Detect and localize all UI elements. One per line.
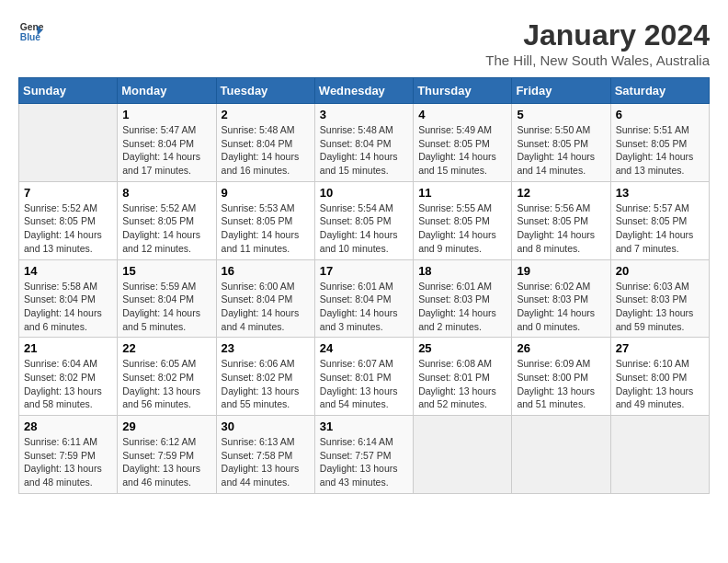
calendar-cell: 21Sunrise: 6:04 AMSunset: 8:02 PMDayligh… — [19, 338, 118, 416]
day-number: 14 — [24, 264, 112, 278]
day-info: Sunrise: 6:12 AMSunset: 7:59 PMDaylight:… — [122, 435, 210, 489]
calendar-header-row: SundayMondayTuesdayWednesdayThursdayFrid… — [19, 78, 710, 104]
day-info: Sunrise: 6:08 AMSunset: 8:01 PMDaylight:… — [418, 357, 506, 411]
calendar-cell — [414, 416, 512, 494]
day-info: Sunrise: 6:06 AMSunset: 8:02 PMDaylight:… — [222, 357, 310, 411]
calendar-cell: 17Sunrise: 6:01 AMSunset: 8:04 PMDayligh… — [314, 259, 413, 338]
calendar-cell: 9Sunrise: 5:53 AMSunset: 8:05 PMDaylight… — [216, 181, 314, 259]
day-number: 11 — [418, 186, 506, 200]
calendar-cell: 28Sunrise: 6:11 AMSunset: 7:59 PMDayligh… — [19, 416, 118, 494]
day-header: Sunday — [19, 78, 118, 104]
sub-title: The Hill, New South Wales, Australia — [485, 52, 710, 68]
day-number: 31 — [320, 419, 408, 433]
day-header: Tuesday — [216, 78, 314, 104]
calendar-cell: 31Sunrise: 6:14 AMSunset: 7:57 PMDayligh… — [314, 416, 413, 494]
calendar-cell: 20Sunrise: 6:03 AMSunset: 8:03 PMDayligh… — [610, 259, 709, 338]
page-header: General Blue January 2024 The Hill, New … — [18, 18, 710, 68]
day-number: 2 — [222, 108, 310, 121]
day-number: 6 — [616, 108, 704, 121]
calendar-week-row: 21Sunrise: 6:04 AMSunset: 8:02 PMDayligh… — [19, 338, 710, 416]
calendar-cell: 5Sunrise: 5:50 AMSunset: 8:05 PMDaylight… — [512, 104, 610, 182]
calendar-cell: 13Sunrise: 5:57 AMSunset: 8:05 PMDayligh… — [610, 181, 709, 259]
calendar-cell: 7Sunrise: 5:52 AMSunset: 8:05 PMDaylight… — [19, 181, 118, 259]
day-number: 8 — [122, 186, 210, 200]
day-number: 25 — [418, 341, 506, 355]
title-block: January 2024 The Hill, New South Wales, … — [485, 18, 710, 68]
day-info: Sunrise: 6:02 AMSunset: 8:03 PMDaylight:… — [517, 280, 605, 334]
day-info: Sunrise: 6:14 AMSunset: 7:57 PMDaylight:… — [320, 435, 408, 489]
calendar-cell: 18Sunrise: 6:01 AMSunset: 8:03 PMDayligh… — [414, 259, 512, 338]
day-info: Sunrise: 6:03 AMSunset: 8:03 PMDaylight:… — [616, 280, 704, 334]
day-number: 17 — [320, 264, 408, 278]
calendar-cell: 19Sunrise: 6:02 AMSunset: 8:03 PMDayligh… — [512, 259, 610, 338]
day-info: Sunrise: 6:09 AMSunset: 8:00 PMDaylight:… — [517, 357, 605, 411]
calendar-cell: 15Sunrise: 5:59 AMSunset: 8:04 PMDayligh… — [118, 259, 216, 338]
day-info: Sunrise: 5:50 AMSunset: 8:05 PMDaylight:… — [517, 123, 605, 178]
day-info: Sunrise: 6:04 AMSunset: 8:02 PMDaylight:… — [24, 357, 112, 411]
day-number: 16 — [222, 264, 310, 278]
day-number: 13 — [616, 186, 704, 200]
day-number: 23 — [222, 341, 310, 355]
day-number: 12 — [517, 186, 605, 200]
calendar-cell — [610, 416, 709, 494]
day-info: Sunrise: 6:10 AMSunset: 8:00 PMDaylight:… — [616, 357, 704, 411]
calendar-cell: 4Sunrise: 5:49 AMSunset: 8:05 PMDaylight… — [414, 104, 512, 182]
logo: General Blue — [18, 18, 44, 44]
day-number: 30 — [222, 419, 310, 433]
calendar-cell: 1Sunrise: 5:47 AMSunset: 8:04 PMDaylight… — [118, 104, 216, 182]
day-number: 22 — [122, 341, 210, 355]
calendar-cell: 10Sunrise: 5:54 AMSunset: 8:05 PMDayligh… — [314, 181, 413, 259]
day-info: Sunrise: 5:56 AMSunset: 8:05 PMDaylight:… — [517, 201, 605, 256]
day-number: 20 — [616, 264, 704, 278]
calendar-cell: 27Sunrise: 6:10 AMSunset: 8:00 PMDayligh… — [610, 338, 709, 416]
day-info: Sunrise: 5:51 AMSunset: 8:05 PMDaylight:… — [616, 123, 704, 178]
day-header: Wednesday — [314, 78, 413, 104]
day-info: Sunrise: 6:05 AMSunset: 8:02 PMDaylight:… — [122, 357, 210, 411]
calendar-cell: 6Sunrise: 5:51 AMSunset: 8:05 PMDaylight… — [610, 104, 709, 182]
day-info: Sunrise: 5:49 AMSunset: 8:05 PMDaylight:… — [418, 123, 506, 178]
day-number: 10 — [320, 186, 408, 200]
day-info: Sunrise: 5:48 AMSunset: 8:04 PMDaylight:… — [222, 123, 310, 178]
calendar-table: SundayMondayTuesdayWednesdayThursdayFrid… — [18, 77, 710, 494]
day-number: 19 — [517, 264, 605, 278]
day-info: Sunrise: 5:54 AMSunset: 8:05 PMDaylight:… — [320, 201, 408, 256]
day-info: Sunrise: 5:52 AMSunset: 8:05 PMDaylight:… — [24, 201, 112, 256]
day-number: 4 — [418, 108, 506, 121]
calendar-cell: 24Sunrise: 6:07 AMSunset: 8:01 PMDayligh… — [314, 338, 413, 416]
calendar-cell: 25Sunrise: 6:08 AMSunset: 8:01 PMDayligh… — [414, 338, 512, 416]
calendar-cell: 2Sunrise: 5:48 AMSunset: 8:04 PMDaylight… — [216, 104, 314, 182]
calendar-cell: 16Sunrise: 6:00 AMSunset: 8:04 PMDayligh… — [216, 259, 314, 338]
day-info: Sunrise: 5:58 AMSunset: 8:04 PMDaylight:… — [24, 280, 112, 334]
calendar-week-row: 1Sunrise: 5:47 AMSunset: 8:04 PMDaylight… — [19, 104, 710, 182]
calendar-cell — [19, 104, 118, 182]
day-info: Sunrise: 5:59 AMSunset: 8:04 PMDaylight:… — [122, 280, 210, 334]
calendar-cell: 11Sunrise: 5:55 AMSunset: 8:05 PMDayligh… — [414, 181, 512, 259]
day-info: Sunrise: 5:55 AMSunset: 8:05 PMDaylight:… — [418, 201, 506, 256]
calendar-cell: 14Sunrise: 5:58 AMSunset: 8:04 PMDayligh… — [19, 259, 118, 338]
calendar-cell: 30Sunrise: 6:13 AMSunset: 7:58 PMDayligh… — [216, 416, 314, 494]
day-number: 28 — [24, 419, 112, 433]
main-title: January 2024 — [485, 18, 710, 52]
day-number: 29 — [122, 419, 210, 433]
day-header: Thursday — [414, 78, 512, 104]
day-info: Sunrise: 6:00 AMSunset: 8:04 PMDaylight:… — [222, 280, 310, 334]
day-number: 26 — [517, 341, 605, 355]
day-info: Sunrise: 5:48 AMSunset: 8:04 PMDaylight:… — [320, 123, 408, 178]
calendar-week-row: 14Sunrise: 5:58 AMSunset: 8:04 PMDayligh… — [19, 259, 710, 338]
calendar-cell: 26Sunrise: 6:09 AMSunset: 8:00 PMDayligh… — [512, 338, 610, 416]
day-number: 15 — [122, 264, 210, 278]
day-info: Sunrise: 5:57 AMSunset: 8:05 PMDaylight:… — [616, 201, 704, 256]
day-number: 9 — [222, 186, 310, 200]
calendar-week-row: 7Sunrise: 5:52 AMSunset: 8:05 PMDaylight… — [19, 181, 710, 259]
day-number: 1 — [122, 108, 210, 121]
logo-icon: General Blue — [18, 18, 44, 44]
calendar-cell: 29Sunrise: 6:12 AMSunset: 7:59 PMDayligh… — [118, 416, 216, 494]
day-number: 18 — [418, 264, 506, 278]
day-number: 3 — [320, 108, 408, 121]
day-number: 7 — [24, 186, 112, 200]
day-info: Sunrise: 5:52 AMSunset: 8:05 PMDaylight:… — [122, 201, 210, 256]
day-number: 27 — [616, 341, 704, 355]
day-info: Sunrise: 6:07 AMSunset: 8:01 PMDaylight:… — [320, 357, 408, 411]
day-info: Sunrise: 5:53 AMSunset: 8:05 PMDaylight:… — [222, 201, 310, 256]
calendar-cell: 22Sunrise: 6:05 AMSunset: 8:02 PMDayligh… — [118, 338, 216, 416]
